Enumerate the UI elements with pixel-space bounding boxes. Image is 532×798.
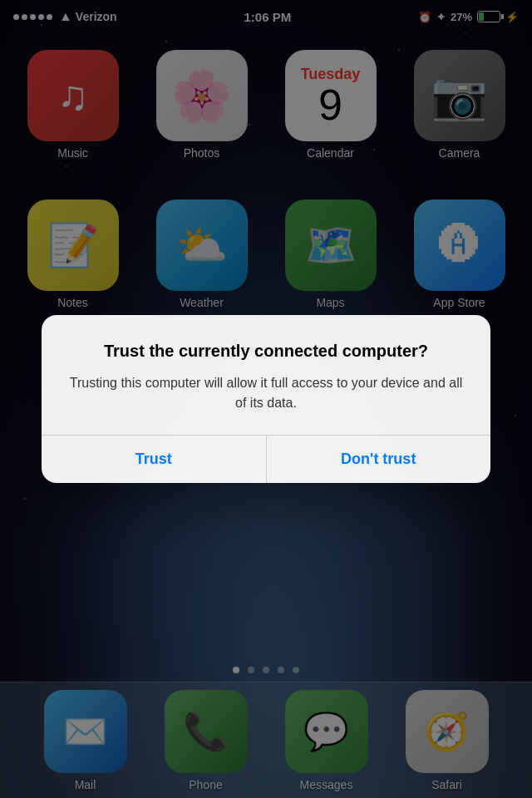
alert-message: Trusting this computer will allow it ful… — [66, 373, 466, 413]
alert-title: Trust the currently connected computer? — [66, 340, 466, 362]
alert-content: Trust the currently connected computer? … — [42, 315, 490, 435]
alert-dialog: Trust the currently connected computer? … — [42, 315, 490, 483]
alert-buttons: Trust Don't trust — [42, 435, 490, 483]
trust-button[interactable]: Trust — [42, 436, 267, 483]
dont-trust-button[interactable]: Don't trust — [267, 436, 491, 483]
